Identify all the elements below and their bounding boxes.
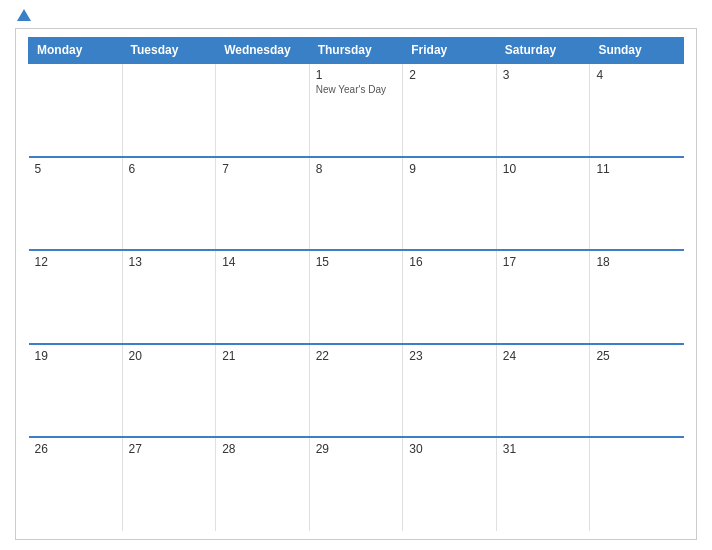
day-number: 27 xyxy=(129,442,210,456)
calendar-cell: 1New Year's Day xyxy=(309,63,403,157)
day-number: 29 xyxy=(316,442,397,456)
day-number: 3 xyxy=(503,68,584,82)
day-number: 22 xyxy=(316,349,397,363)
logo xyxy=(15,10,33,22)
calendar-cell: 27 xyxy=(122,437,216,531)
weekday-header-wednesday: Wednesday xyxy=(216,38,310,64)
calendar-cell xyxy=(590,437,684,531)
calendar-cell: 13 xyxy=(122,250,216,344)
day-number: 23 xyxy=(409,349,490,363)
calendar-container: MondayTuesdayWednesdayThursdayFridaySatu… xyxy=(15,28,697,540)
day-number: 9 xyxy=(409,162,490,176)
calendar-week-1: 1New Year's Day234 xyxy=(29,63,684,157)
calendar-cell: 24 xyxy=(496,344,590,438)
calendar-cell xyxy=(216,63,310,157)
weekday-header-row: MondayTuesdayWednesdayThursdayFridaySatu… xyxy=(29,38,684,64)
day-number: 7 xyxy=(222,162,303,176)
day-number: 21 xyxy=(222,349,303,363)
calendar-cell: 19 xyxy=(29,344,123,438)
day-number: 2 xyxy=(409,68,490,82)
day-number: 10 xyxy=(503,162,584,176)
calendar-cell: 17 xyxy=(496,250,590,344)
day-number: 17 xyxy=(503,255,584,269)
calendar-cell: 5 xyxy=(29,157,123,251)
calendar-cell: 4 xyxy=(590,63,684,157)
weekday-header-friday: Friday xyxy=(403,38,497,64)
day-number: 25 xyxy=(596,349,677,363)
calendar-cell: 3 xyxy=(496,63,590,157)
calendar-cell: 14 xyxy=(216,250,310,344)
day-number: 1 xyxy=(316,68,397,82)
day-number: 20 xyxy=(129,349,210,363)
weekday-header-sunday: Sunday xyxy=(590,38,684,64)
weekday-header-saturday: Saturday xyxy=(496,38,590,64)
calendar-cell: 26 xyxy=(29,437,123,531)
day-number: 6 xyxy=(129,162,210,176)
weekday-header-thursday: Thursday xyxy=(309,38,403,64)
calendar-cell: 7 xyxy=(216,157,310,251)
calendar-cell: 28 xyxy=(216,437,310,531)
calendar-table: MondayTuesdayWednesdayThursdayFridaySatu… xyxy=(28,37,684,531)
calendar-header xyxy=(15,10,697,22)
calendar-cell: 29 xyxy=(309,437,403,531)
calendar-cell: 16 xyxy=(403,250,497,344)
weekday-header-monday: Monday xyxy=(29,38,123,64)
calendar-cell: 18 xyxy=(590,250,684,344)
day-number: 14 xyxy=(222,255,303,269)
day-number: 16 xyxy=(409,255,490,269)
calendar-week-3: 12131415161718 xyxy=(29,250,684,344)
day-number: 8 xyxy=(316,162,397,176)
day-number: 31 xyxy=(503,442,584,456)
day-number: 18 xyxy=(596,255,677,269)
day-number: 26 xyxy=(35,442,116,456)
day-event: New Year's Day xyxy=(316,84,397,95)
day-number: 19 xyxy=(35,349,116,363)
day-number: 30 xyxy=(409,442,490,456)
calendar-cell: 31 xyxy=(496,437,590,531)
calendar-cell: 9 xyxy=(403,157,497,251)
day-number: 5 xyxy=(35,162,116,176)
weekday-header-tuesday: Tuesday xyxy=(122,38,216,64)
calendar-week-2: 567891011 xyxy=(29,157,684,251)
calendar-cell: 21 xyxy=(216,344,310,438)
day-number: 13 xyxy=(129,255,210,269)
calendar-cell: 8 xyxy=(309,157,403,251)
calendar-cell: 2 xyxy=(403,63,497,157)
calendar-cell: 10 xyxy=(496,157,590,251)
calendar-cell xyxy=(29,63,123,157)
day-number: 4 xyxy=(596,68,677,82)
calendar-cell: 23 xyxy=(403,344,497,438)
calendar-cell: 20 xyxy=(122,344,216,438)
day-number: 12 xyxy=(35,255,116,269)
day-number: 11 xyxy=(596,162,677,176)
logo-triangle-icon xyxy=(17,9,31,21)
day-number: 24 xyxy=(503,349,584,363)
calendar-cell: 6 xyxy=(122,157,216,251)
day-number: 28 xyxy=(222,442,303,456)
calendar-cell: 12 xyxy=(29,250,123,344)
calendar-cell xyxy=(122,63,216,157)
calendar-cell: 11 xyxy=(590,157,684,251)
calendar-week-5: 262728293031 xyxy=(29,437,684,531)
calendar-cell: 30 xyxy=(403,437,497,531)
day-number: 15 xyxy=(316,255,397,269)
calendar-page: MondayTuesdayWednesdayThursdayFridaySatu… xyxy=(0,0,712,550)
calendar-week-4: 19202122232425 xyxy=(29,344,684,438)
calendar-cell: 15 xyxy=(309,250,403,344)
calendar-cell: 25 xyxy=(590,344,684,438)
calendar-cell: 22 xyxy=(309,344,403,438)
